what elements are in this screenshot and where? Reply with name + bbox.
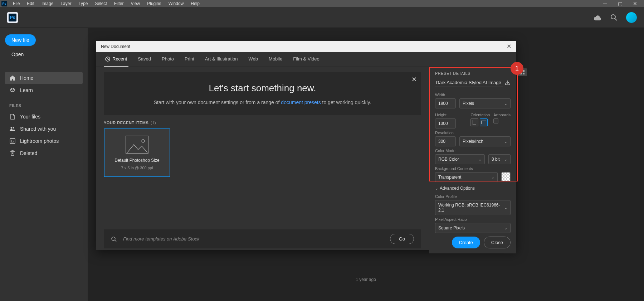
background-select[interactable]: Transparent⌄: [435, 172, 498, 182]
recent-item[interactable]: Default Photoshop Size 7 x 5 in @ 300 pp…: [104, 128, 170, 177]
avatar[interactable]: [626, 12, 637, 23]
menu-type[interactable]: Type: [75, 0, 91, 7]
learn-icon: [9, 87, 16, 93]
nav-deleted[interactable]: Deleted: [5, 147, 83, 159]
nav-shared-label: Shared with you: [20, 126, 56, 132]
document-presets-link[interactable]: document presets: [281, 99, 321, 105]
trash-icon: [9, 150, 16, 156]
color-profile-label: Color Profile: [435, 194, 511, 199]
chevron-down-icon: ⌄: [504, 157, 507, 162]
pixel-aspect-select[interactable]: Square Pixels⌄: [435, 223, 511, 233]
tab-print[interactable]: Print: [183, 52, 196, 67]
tab-web[interactable]: Web: [247, 52, 260, 67]
svg-point-7: [142, 140, 145, 142]
svg-point-8: [112, 237, 115, 241]
orientation-portrait-button[interactable]: [470, 118, 478, 126]
color-mode-select[interactable]: RGB Color⌄: [435, 154, 485, 164]
clock-icon: [105, 57, 110, 62]
hero-text: Start with your own document settings or…: [114, 99, 410, 106]
resolution-input[interactable]: [435, 136, 456, 146]
stock-search-input[interactable]: [122, 234, 385, 244]
background-label: Background Contents: [435, 166, 511, 171]
orientation-landscape-button[interactable]: [480, 118, 488, 126]
annotation-badge: 1: [511, 62, 523, 75]
nav-your-files[interactable]: Your files: [5, 111, 83, 123]
nav-lightroom-label: Lightroom photos: [20, 138, 59, 144]
width-unit-select[interactable]: Pixels⌄: [459, 98, 511, 108]
svg-point-0: [611, 15, 615, 19]
tab-saved[interactable]: Saved: [136, 52, 152, 67]
tab-film[interactable]: Film & Video: [292, 52, 321, 67]
go-button[interactable]: Go: [390, 234, 414, 244]
tab-mobile[interactable]: Mobile: [267, 52, 284, 67]
height-input[interactable]: [435, 118, 456, 128]
chevron-down-icon: ⌄: [504, 205, 507, 210]
tab-photo[interactable]: Photo: [160, 52, 175, 67]
svg-point-2: [11, 127, 13, 129]
nav-lightroom[interactable]: Lr Lightroom photos: [5, 135, 83, 147]
hero-banner: ✕ Let's start something new. Start with …: [104, 72, 421, 115]
menu-edit[interactable]: Edit: [23, 0, 38, 7]
menu-view[interactable]: View: [127, 0, 143, 7]
menu-plugins[interactable]: Plugins: [143, 0, 165, 7]
landscape-icon: [481, 121, 486, 124]
tab-recent[interactable]: Recent: [104, 52, 128, 67]
color-mode-label: Color Mode: [435, 149, 511, 153]
chevron-down-icon: ⌄: [504, 226, 507, 230]
menubar: Ps File Edit Image Layer Type Select Fil…: [0, 0, 644, 7]
bit-depth-select[interactable]: 8 bit⌄: [488, 154, 511, 164]
menu-window[interactable]: Window: [165, 0, 187, 7]
search-icon[interactable]: [610, 14, 618, 21]
resolution-unit-select[interactable]: Pixels/Inch⌄: [459, 136, 511, 146]
image-placeholder-icon: [126, 136, 148, 154]
create-button[interactable]: Create: [452, 237, 480, 248]
panel-title: PRESET DETAILS: [435, 71, 511, 76]
stock-search-row: Go: [104, 229, 421, 248]
save-preset-icon[interactable]: [505, 80, 511, 86]
menu-filter[interactable]: Filter: [111, 0, 127, 7]
hero-close-button[interactable]: ✕: [411, 76, 417, 83]
document-icon: [9, 113, 16, 120]
width-input[interactable]: [435, 98, 456, 108]
nav-learn-label: Learn: [20, 87, 33, 93]
menu-layer[interactable]: Layer: [57, 0, 75, 7]
chevron-down-icon: ⌄: [435, 186, 438, 191]
chevron-down-icon: ⌄: [504, 139, 507, 144]
menu-file[interactable]: File: [9, 0, 23, 7]
height-label: Height: [435, 113, 467, 117]
divider: [6, 66, 81, 66]
lightroom-icon: Lr: [9, 138, 16, 144]
dialog-close-button[interactable]: ✕: [507, 43, 511, 50]
recent-items-label: YOUR RECENT ITEMS (1): [104, 121, 421, 125]
new-file-button[interactable]: New file: [5, 34, 36, 46]
nav-shared[interactable]: Shared with you: [5, 123, 83, 135]
dialog-tabs: Recent Saved Photo Print Art & Illustrat…: [96, 52, 516, 67]
maximize-button[interactable]: ▢: [613, 0, 628, 7]
menu-help[interactable]: Help: [187, 0, 203, 7]
nav-home[interactable]: Home: [5, 72, 83, 84]
minimize-button[interactable]: ─: [597, 0, 613, 7]
artboards-checkbox[interactable]: [493, 118, 498, 123]
background-color-swatch[interactable]: [501, 172, 511, 181]
advanced-options-toggle[interactable]: ⌄ Advanced Options: [435, 186, 511, 191]
preset-name-input[interactable]: [435, 78, 503, 87]
svg-rect-13: [523, 73, 525, 74]
app-logo: Ps: [7, 12, 18, 23]
search-icon: [111, 236, 117, 242]
color-profile-select[interactable]: Working RGB: sRGB IEC61966-2.1⌄: [435, 200, 511, 215]
nav-learn[interactable]: Learn: [5, 84, 83, 96]
dialog-titlebar: New Document ✕: [96, 41, 516, 52]
portrait-icon: [473, 120, 476, 125]
new-document-dialog: New Document ✕ Recent Saved Photo Print …: [96, 41, 516, 250]
dialog-main: ✕ Let's start something new. Start with …: [96, 67, 429, 253]
open-button[interactable]: Open: [5, 49, 83, 60]
menu-select[interactable]: Select: [91, 0, 110, 7]
tab-art[interactable]: Art & Illustration: [204, 52, 239, 67]
menu-image[interactable]: Image: [38, 0, 57, 7]
svg-line-9: [115, 240, 116, 242]
cloud-icon[interactable]: [594, 15, 602, 20]
pixel-aspect-label: Pixel Aspect Ratio: [435, 217, 511, 222]
close-window-button[interactable]: ✕: [628, 0, 643, 7]
resolution-label: Resolution: [435, 131, 511, 135]
close-button[interactable]: Close: [484, 237, 511, 248]
